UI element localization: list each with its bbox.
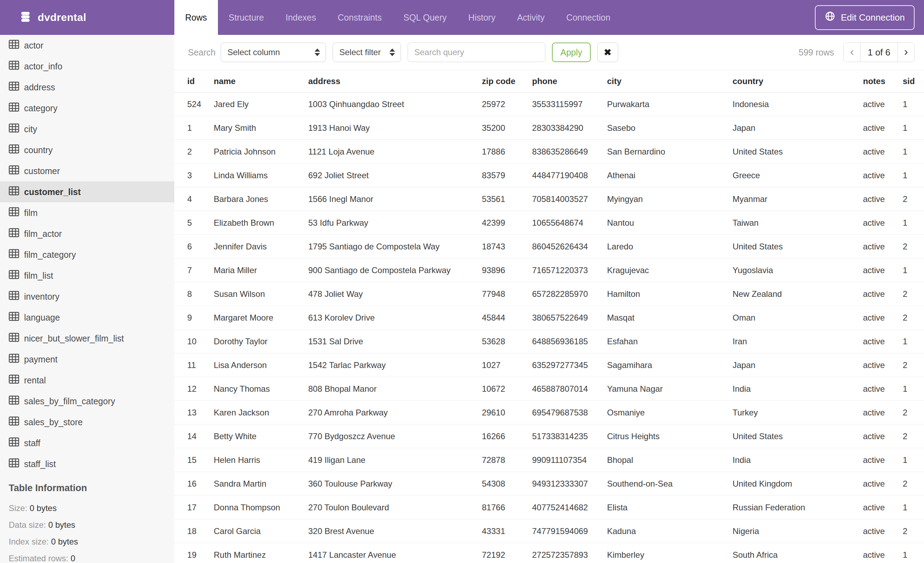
- table-row[interactable]: 10Dorothy Taylor1531 Sal Drive5362864885…: [174, 330, 924, 353]
- rows-table: idnameaddresszip codephonecitycountrynot…: [174, 70, 924, 563]
- sidebar-item-address[interactable]: address: [0, 77, 174, 98]
- sidebar-item-film-list[interactable]: film_list: [0, 265, 174, 286]
- table-cell: 10672: [482, 377, 532, 401]
- table-row[interactable]: 8Susan Wilson478 Joliet Way7794865728228…: [174, 282, 924, 306]
- table-cell: 45844: [482, 306, 532, 330]
- table-cell: 43331: [482, 519, 532, 543]
- search-query-input[interactable]: [408, 42, 545, 62]
- table-cell: 7: [174, 258, 214, 282]
- sidebar-item-rental[interactable]: rental: [0, 370, 174, 391]
- table-cell: Myingyan: [607, 187, 733, 211]
- column-header-notes[interactable]: notes: [863, 70, 903, 92]
- column-header-city[interactable]: city: [607, 70, 733, 92]
- sidebar-item-actor-info[interactable]: actor_info: [0, 56, 174, 77]
- table-cell: United States: [733, 235, 863, 258]
- clear-search-button[interactable]: ✖: [597, 42, 618, 62]
- table-cell: 838635286649: [532, 140, 607, 164]
- column-header-id[interactable]: id: [174, 70, 214, 92]
- select-caret-icon: [390, 48, 395, 56]
- table-row[interactable]: 15Helen Harris419 Iligan Lane72878990911…: [174, 448, 924, 472]
- sidebar-item-inventory[interactable]: inventory: [0, 286, 174, 307]
- sidebar-item-film-actor[interactable]: film_actor: [0, 223, 174, 244]
- sidebar-item-country[interactable]: country: [0, 140, 174, 161]
- edit-connection-button[interactable]: Edit Connection: [815, 5, 915, 30]
- table-row[interactable]: 9Margaret Moore613 Korolev Drive45844380…: [174, 306, 924, 330]
- table-information-rows: Size: 0 bytesData size: 0 bytesIndex siz…: [9, 500, 174, 563]
- table-row[interactable]: 13Karen Jackson270 Amroha Parkway2961069…: [174, 401, 924, 425]
- table-cell: Linda Williams: [214, 164, 308, 187]
- sidebar-item-customer-list[interactable]: customer_list: [0, 182, 174, 202]
- sidebar-item-staff[interactable]: staff: [0, 432, 174, 453]
- sidebar-item-sales-by-store[interactable]: sales_by_store: [0, 411, 174, 432]
- table-name-label: country: [24, 145, 52, 155]
- table-cell: Barbara Jones: [214, 187, 308, 211]
- table-row[interactable]: 524Jared Ely1003 Qinhuangdao Street25972…: [174, 92, 924, 116]
- table-row[interactable]: 12Nancy Thomas808 Bhopal Manor1067246588…: [174, 377, 924, 401]
- table-row[interactable]: 19Ruth Martinez1417 Lancaster Avenue7219…: [174, 543, 924, 563]
- sidebar-item-nicer-but-slower-film-list[interactable]: nicer_but_slower_film_list: [0, 328, 174, 349]
- table-cell: active: [863, 92, 903, 116]
- tab-connection[interactable]: Connection: [555, 0, 621, 35]
- table-cell: 10655648674: [532, 211, 607, 235]
- table-row[interactable]: 17Donna Thompson270 Toulon Boulevard8176…: [174, 496, 924, 519]
- apply-button[interactable]: Apply: [552, 42, 591, 62]
- table-icon: [9, 61, 19, 72]
- table-row[interactable]: 16Sandra Martin360 Toulouse Parkway54308…: [174, 472, 924, 496]
- tab-structure[interactable]: Structure: [218, 0, 275, 35]
- table-cell: 478 Joliet Way: [308, 282, 482, 306]
- table-cell: 19: [174, 543, 214, 563]
- table-cell: Yamuna Nagar: [607, 377, 733, 401]
- sidebar-item-city[interactable]: city: [0, 119, 174, 140]
- table-cell: 2: [903, 235, 924, 258]
- table-row[interactable]: 11Lisa Anderson1542 Tarlac Parkway102763…: [174, 353, 924, 377]
- table-cell: 25972: [482, 92, 532, 116]
- sidebar-item-payment[interactable]: payment: [0, 349, 174, 370]
- table-row[interactable]: 2Patricia Johnson1121 Loja Avenue1788683…: [174, 140, 924, 164]
- prev-page-button[interactable]: ‹: [844, 43, 861, 62]
- sidebar-item-customer[interactable]: customer: [0, 161, 174, 182]
- table-row[interactable]: 18Carol Garcia320 Brest Avenue4333174779…: [174, 519, 924, 543]
- column-header-zip-code[interactable]: zip code: [482, 70, 532, 92]
- table-row[interactable]: 6Jennifer Davis1795 Santiago de Composte…: [174, 235, 924, 258]
- table-row[interactable]: 5Elizabeth Brown53 Idfu Parkway423991065…: [174, 211, 924, 235]
- table-row[interactable]: 7Maria Miller900 Santiago de Compostela …: [174, 258, 924, 282]
- sidebar-item-staff-list[interactable]: staff_list: [0, 453, 174, 474]
- table-icon: [9, 249, 19, 260]
- tab-indexes[interactable]: Indexes: [275, 0, 327, 35]
- next-page-button[interactable]: ›: [897, 43, 914, 62]
- sidebar-item-sales-by-film-category[interactable]: sales_by_film_category: [0, 391, 174, 411]
- column-select[interactable]: Select column: [221, 42, 326, 62]
- table-cell: 2: [903, 282, 924, 306]
- sidebar-item-category[interactable]: category: [0, 98, 174, 119]
- filter-select[interactable]: Select filter: [333, 42, 401, 62]
- page-indicator: 1 of 6: [861, 43, 897, 62]
- sidebar-item-language[interactable]: language: [0, 307, 174, 328]
- table-name-label: rental: [24, 375, 46, 386]
- table-cell: active: [863, 116, 903, 140]
- table-cell: 17: [174, 496, 214, 519]
- column-header-name[interactable]: name: [214, 70, 308, 92]
- table-row[interactable]: 4Barbara Jones1566 Inegl Manor5356170581…: [174, 187, 924, 211]
- column-header-phone[interactable]: phone: [532, 70, 607, 92]
- column-header-sid[interactable]: sid: [903, 70, 924, 92]
- table-cell: 648856936185: [532, 330, 607, 353]
- column-header-country[interactable]: country: [733, 70, 863, 92]
- sidebar-item-actor[interactable]: actor: [0, 35, 174, 56]
- tab-sql-query[interactable]: SQL Query: [393, 0, 458, 35]
- table-row[interactable]: 14Betty White770 Bydgoszcz Avenue1626651…: [174, 425, 924, 448]
- column-header-address[interactable]: address: [308, 70, 482, 92]
- table-cell: 270 Toulon Boulevard: [308, 496, 482, 519]
- table-row[interactable]: 3Linda Williams692 Joliet Street83579448…: [174, 164, 924, 187]
- globe-icon: [825, 11, 836, 24]
- sidebar-item-film-category[interactable]: film_category: [0, 244, 174, 265]
- tab-activity[interactable]: Activity: [506, 0, 555, 35]
- tab-rows[interactable]: Rows: [174, 0, 218, 35]
- sidebar-item-film[interactable]: film: [0, 202, 174, 223]
- table-row[interactable]: 1Mary Smith1913 Hanoi Way352002830338429…: [174, 116, 924, 140]
- tab-constraints[interactable]: Constraints: [327, 0, 393, 35]
- table-cell: 17886: [482, 140, 532, 164]
- table-cell: active: [863, 187, 903, 211]
- table-name-label: film_list: [24, 271, 53, 281]
- database-logo: dvdrental: [0, 0, 174, 35]
- tab-history[interactable]: History: [458, 0, 506, 35]
